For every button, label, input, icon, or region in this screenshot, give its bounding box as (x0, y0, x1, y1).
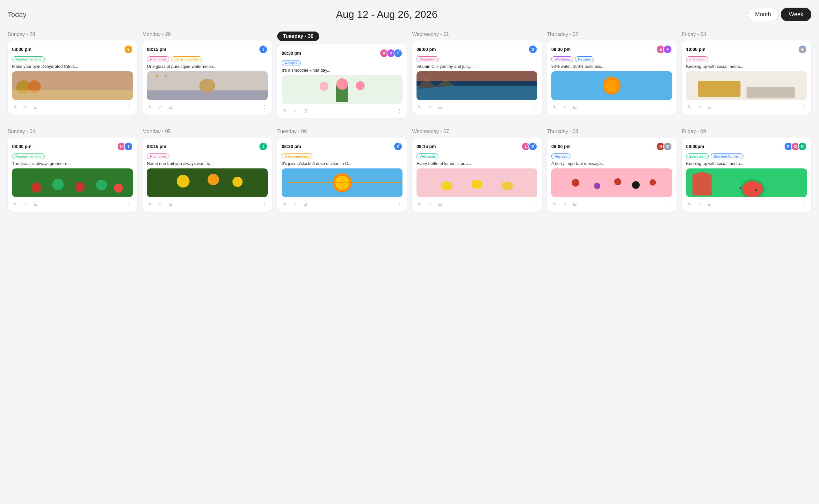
more-icon[interactable]: ⋮ (396, 201, 402, 207)
card-1-2[interactable]: 08:30 pmKCitrus madnessIt's juice o'cloc… (277, 138, 407, 212)
day-label-1-0: Sunday - 04 (8, 129, 137, 134)
comment-icon[interactable]: ○ (561, 104, 568, 110)
avatar: R (798, 142, 807, 151)
more-icon[interactable]: ⋮ (126, 201, 133, 207)
avatars-1-0: HI (117, 142, 133, 151)
more-icon[interactable]: ⋮ (666, 201, 672, 207)
avatars-1-5: PQR (784, 142, 807, 151)
more-icon[interactable]: ⋮ (261, 104, 268, 110)
month-view-button[interactable]: Month (747, 8, 779, 21)
card-0-0[interactable]: 08:00 pmSMonday morningMake your own Deh… (8, 40, 137, 115)
day-label-1-4: Thursday - 08 (547, 129, 677, 134)
edit-icon[interactable]: ✎ (417, 201, 423, 207)
more-icon[interactable]: ⋮ (801, 201, 807, 207)
more-icon[interactable]: ⋮ (531, 201, 537, 207)
day-col-1-2: Tuesday - 0608:30 pmKCitrus madnessIt's … (277, 129, 407, 212)
delete-icon[interactable]: ⊟ (437, 104, 443, 110)
card-actions-0-3: ✎○⊟⋮ (417, 103, 537, 110)
more-icon[interactable]: ⋮ (801, 104, 807, 110)
card-0-1[interactable]: 08:15 pmJPromotionCitrus madnessOne glas… (142, 40, 272, 115)
edit-icon[interactable]: ✎ (282, 201, 288, 207)
edit-icon[interactable]: ✎ (12, 104, 18, 110)
svg-rect-3 (12, 90, 133, 100)
delete-icon[interactable]: ⊟ (302, 201, 309, 207)
card-0-5[interactable]: 10:00 pmGPromotionKeeping up with social… (682, 40, 811, 115)
more-icon[interactable]: ⋮ (261, 201, 268, 207)
comment-icon[interactable]: ○ (292, 201, 298, 207)
edit-icon[interactable]: ✎ (686, 201, 693, 207)
edit-icon[interactable]: ✎ (551, 104, 558, 110)
today-button[interactable]: Today (8, 11, 26, 19)
card-1-4[interactable]: 08:00 pmNORecipesA berry important messa… (547, 138, 677, 212)
day-label-0-2: Tuesday - 30 (277, 32, 319, 41)
comment-icon[interactable]: ○ (427, 201, 433, 207)
card-1-1[interactable]: 08:15 pmJPromotionName one fruit you alw… (142, 138, 272, 212)
card-1-0[interactable]: 08:00 pmHIMonday morningThe grass is alw… (8, 138, 137, 212)
week-view-button[interactable]: Week (781, 8, 811, 21)
delete-icon[interactable]: ⊟ (32, 104, 39, 110)
svg-point-33 (232, 177, 243, 187)
more-icon[interactable]: ⋮ (126, 104, 133, 110)
card-0-4[interactable]: 09:30 pmEFWellbiengRecipes92% water, 100… (547, 40, 677, 115)
card-actions-0-0: ✎○⊟⋮ (12, 103, 133, 110)
edit-icon[interactable]: ✎ (686, 104, 693, 110)
more-icon[interactable]: ⋮ (666, 104, 672, 110)
card-header-0-3: 09:00 pmD (417, 45, 537, 54)
card-img-1-2 (282, 168, 402, 197)
comment-icon[interactable]: ○ (22, 104, 29, 110)
edit-icon[interactable]: ✎ (147, 104, 153, 110)
delete-icon[interactable]: ⊟ (167, 201, 174, 207)
tag: Promotion (147, 56, 169, 62)
delete-icon[interactable]: ⊟ (302, 108, 309, 114)
svg-point-13 (356, 81, 365, 90)
tags-1-2: Citrus madness (282, 153, 402, 159)
day-label-0-4: Thursday - 02 (547, 32, 677, 37)
comment-icon[interactable]: ○ (561, 201, 568, 207)
card-img-1-5 (686, 168, 807, 197)
comment-icon[interactable]: ○ (157, 104, 163, 110)
delete-icon[interactable]: ⊟ (437, 201, 443, 207)
delete-icon[interactable]: ⊟ (572, 201, 578, 207)
svg-point-29 (114, 184, 123, 193)
delete-icon[interactable]: ⊟ (707, 104, 713, 110)
comment-icon[interactable]: ○ (696, 104, 703, 110)
edit-icon[interactable]: ✎ (417, 104, 423, 110)
edit-icon[interactable]: ✎ (12, 201, 18, 207)
svg-marker-50 (693, 172, 712, 195)
comment-icon[interactable]: ○ (22, 201, 29, 207)
svg-point-11 (337, 78, 348, 90)
card-1-5[interactable]: 08:00pmPQREvergreenBranded ContentKeepin… (682, 138, 811, 212)
avatar: C (394, 49, 402, 58)
edit-icon[interactable]: ✎ (147, 201, 153, 207)
card-img-1-3 (417, 168, 537, 197)
tags-1-0: Monday morning (12, 153, 133, 159)
delete-icon[interactable]: ⊟ (707, 201, 713, 207)
comment-icon[interactable]: ○ (292, 108, 298, 114)
tag: Wellbeing (417, 153, 438, 159)
more-icon[interactable]: ⋮ (531, 104, 537, 110)
card-desc-0-5: Keeping up with social media... (686, 64, 807, 69)
day-col-0-2: Tuesday - 3008:30 pmABCRecipesIt's a smo… (277, 32, 407, 118)
avatar: D (528, 45, 537, 54)
more-icon[interactable]: ⋮ (396, 108, 402, 114)
card-1-3[interactable]: 09:15 pmLMWellbeingEvery bottle of lemon… (412, 138, 542, 212)
card-time-1-0: 08:00 pm (12, 144, 32, 149)
delete-icon[interactable]: ⊟ (572, 104, 578, 110)
card-0-2[interactable]: 08:30 pmABCRecipesIt's a smoothie kinda … (277, 44, 407, 118)
card-header-1-4: 08:00 pmNO (551, 142, 672, 151)
date-range: Aug 12 - Aug 26, 2026 (336, 9, 437, 20)
day-label-1-2: Tuesday - 06 (277, 129, 407, 134)
avatars-0-5: G (798, 45, 807, 54)
delete-icon[interactable]: ⊟ (167, 104, 174, 110)
comment-icon[interactable]: ○ (696, 201, 703, 207)
day-label-0-5: Friday - 03 (682, 32, 811, 37)
card-img-0-5 (686, 71, 807, 100)
edit-icon[interactable]: ✎ (282, 108, 288, 114)
comment-icon[interactable]: ○ (157, 201, 163, 207)
comment-icon[interactable]: ○ (427, 104, 433, 110)
edit-icon[interactable]: ✎ (551, 201, 558, 207)
delete-icon[interactable]: ⊟ (32, 201, 39, 207)
card-0-3[interactable]: 09:00 pmDPromotionVitamin C is yummy and… (412, 40, 542, 115)
card-desc-1-5: Keeping up with social media... (686, 161, 807, 166)
svg-point-46 (614, 178, 621, 185)
